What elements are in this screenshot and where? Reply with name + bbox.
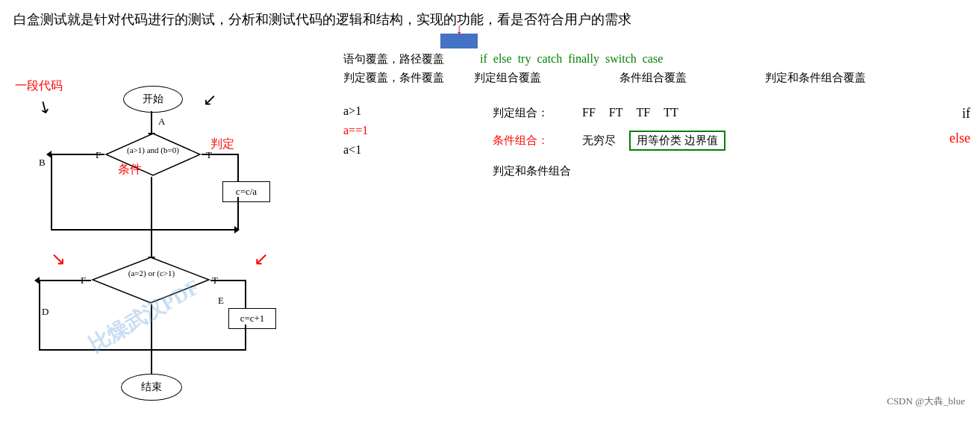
label-panding: 判定 (210, 137, 234, 152)
tiaojian-row: 条件组合： 无穷尽 用等价类 边界值 else (493, 131, 970, 151)
tiaojian-box: 用等价类 边界值 (629, 131, 725, 151)
label-T1: T (206, 149, 212, 161)
label-F1: F (96, 149, 101, 161)
start-oval: 开始 (123, 86, 183, 113)
kw-else: else (493, 52, 512, 66)
line-B-down (51, 154, 52, 229)
kw-if: if (480, 52, 487, 66)
left-col: a>1 a==1 a<1 (343, 98, 493, 178)
pdjt-row: 判定和条件组合 (493, 164, 970, 178)
arrow-yiduan: ↘ (34, 95, 55, 119)
label-B: B (39, 157, 46, 169)
red-arrow-left: ↘ (51, 248, 66, 269)
right-col: 判定组合： FF FT TF TT if 条件组合： 无穷尽 用等价类 边界值 … (493, 98, 970, 178)
row1: 语句覆盖，路径覆盖 if else try catch finally swit… (343, 52, 970, 66)
panding-val-TF: TF (636, 106, 650, 119)
var2: a==1 (343, 124, 493, 137)
panding-row: 判定组合： FF FT TF TT if (493, 106, 970, 120)
kw-catch: catch (537, 52, 562, 66)
line-D-down (39, 280, 40, 349)
arrow-d1-center (151, 177, 152, 229)
line-right2-merge2 (151, 349, 246, 351)
arrow-right2 (210, 280, 246, 281)
row2-mid: 判定组合覆盖 (474, 71, 619, 85)
diamond2 (91, 256, 210, 304)
var1: a>1 (343, 104, 493, 118)
hook-arrow: ↙ (203, 90, 216, 110)
panding-label: 判定组合： (493, 106, 582, 120)
right-panel: ↓ 语句覆盖，路径覆盖 if else try catch finally sw… (343, 41, 970, 178)
panding-val-FF: FF (582, 106, 596, 119)
arrow-right1 (202, 154, 239, 155)
diamond2-text: (a=2) or (c>1) (96, 269, 207, 278)
arrow-d2-center (151, 304, 152, 349)
line-right1-merge (237, 197, 239, 229)
if-label-right: if (962, 106, 970, 122)
content-area: a>1 a==1 a<1 判定组合： FF FT TF TT if 条件组合： … (343, 98, 970, 178)
arrow-left1 (51, 154, 104, 155)
row2-right: 判定和条件组合覆盖 (765, 71, 866, 85)
csdn-mark: CSDN @大犇_blue (887, 395, 965, 408)
kw-case: case (643, 52, 664, 66)
kw-switch: switch (605, 52, 637, 66)
line-right1-merge2 (151, 229, 239, 231)
main-title: 白盒测试就是针对代码进行的测试，分析和测试代码的逻辑和结构，实现的功能，看是否符… (13, 10, 631, 28)
arrow-to-end (151, 349, 152, 375)
var3: a<1 (343, 143, 493, 157)
tiaojian-wuqiongjin: 无穷尽 (582, 134, 616, 148)
diamond1-text: (a>1) and (b=0) (112, 145, 194, 154)
row1-left: 语句覆盖，路径覆盖 (343, 52, 474, 66)
row2: 判定覆盖，条件覆盖 判定组合覆盖 条件组合覆盖 判定和条件组合覆盖 (343, 71, 970, 85)
red-down-arrow: ↓ (455, 20, 463, 37)
label-tiaojian: 条件 (118, 162, 142, 178)
red-arrow-right: ↙ (254, 248, 269, 269)
panding-FF: FF FT TF TT (582, 106, 678, 119)
kw-finally: finally (568, 52, 599, 66)
row2-left: 判定覆盖，条件覆盖 (343, 71, 474, 85)
label-A: A (158, 116, 165, 128)
row2-mid2: 条件组合覆盖 (619, 71, 765, 85)
panding-val-TT: TT (664, 106, 678, 119)
svg-marker-1 (93, 257, 209, 303)
kw-try: try (518, 52, 531, 66)
arrow-start-down (151, 111, 152, 134)
arrow-to-d2 (151, 229, 152, 257)
label-yiduan: 一段代码 (15, 78, 63, 94)
label-D: D (42, 306, 49, 318)
panding-val-FT: FT (609, 106, 623, 119)
box-cca: c=c/a (222, 181, 270, 202)
arrow-left2 (39, 280, 91, 281)
label-E: E (218, 295, 224, 307)
box-cc1: c=c+1 (228, 308, 276, 329)
else-label-right: else (949, 131, 970, 146)
flowchart-area: 一段代码 ↘ ↙ 开始 A (a>1) and (b=0) 判定 条件 F T … (7, 41, 321, 414)
tiaojian-label: 条件组合： (493, 134, 556, 148)
end-oval: 结束 (121, 374, 182, 401)
line-right2-merge (245, 325, 246, 349)
